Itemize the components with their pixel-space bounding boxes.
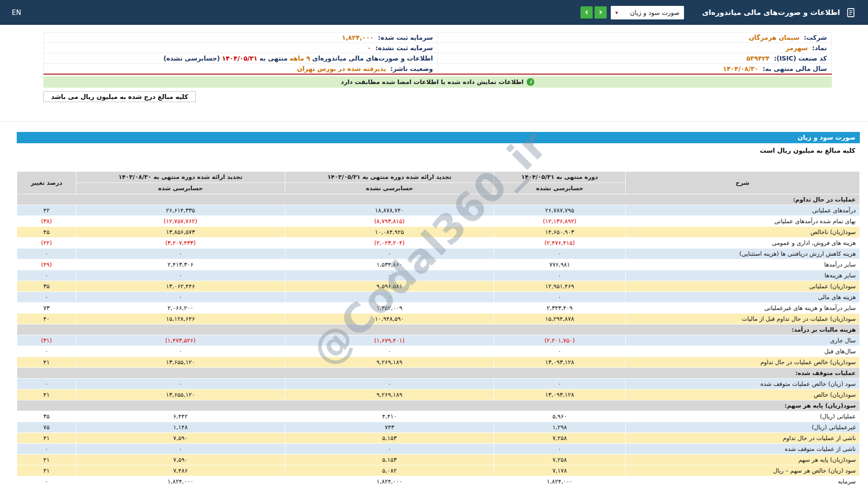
value-current-period: (۲,۴۷۶,۴۱۵) — [494, 237, 626, 248]
symbol-label: نماد: — [812, 44, 827, 52]
value-restated-mid-period: ۴,۴۱۰ — [285, 411, 494, 422]
value-restated-year-end: ۱,۱۴۸ — [76, 422, 285, 432]
issuer-status-label: وضعیت ناشر: — [390, 65, 433, 72]
statement-type-dropdown[interactable]: صورت سود و زیان ▾ — [611, 6, 684, 19]
section-header-row: عملیات متوقف شده: — [17, 367, 860, 378]
statement-row: ناشی از عملیات متوقف شده۰۰۰۰ — [17, 443, 860, 454]
value-restated-year-end: ۰ — [76, 443, 285, 454]
report-ending-text: منتهی به — [259, 55, 288, 62]
value-current-period: ۷,۲۵۸ — [494, 432, 626, 443]
million-rial-unit-tab[interactable]: کلیه مبالغ درج شده به میلیون ریال می باش… — [43, 91, 196, 102]
registered-capital-field: سرمایه ثبت شده: ۱,۸۲۴,۰۰۰ — [44, 33, 438, 43]
value-restated-year-end: (۱,۴۷۳,۵۲۶) — [76, 335, 285, 346]
statement-row: سایر درآمدها و هزینه های غیرعملیاتی۲,۳۴۳… — [17, 302, 860, 313]
value-restated-mid-period: ۱,۸۲۴,۰۰۰ — [285, 476, 494, 487]
income-statement-section: صورت سود و زیان کلیه مبالغ به میلیون ریا… — [17, 132, 860, 487]
section-header-row: هزینه مالیات بر درآمد: — [17, 324, 860, 335]
value-restated-mid-period: (۸,۷۹۳,۸۱۵) — [285, 216, 494, 226]
percent-change: ۰ — [17, 346, 76, 357]
row-description: سایر درآمدها — [625, 259, 859, 270]
percent-change: ۴۱ — [17, 357, 76, 367]
unregistered-capital-label: سرمایه ثبت نشده: — [375, 44, 433, 52]
row-description: سود(زیان) عملیاتی — [625, 281, 859, 291]
value-restated-year-end: ۷,۵۹۰ — [76, 432, 285, 443]
percent-change: ۴۰ — [17, 313, 76, 324]
value-current-period: ۷,۲۵۸ — [494, 454, 626, 465]
subheader-unaudited-current: حسابرسی نشده — [494, 183, 626, 194]
percent-change: ۰ — [17, 291, 76, 302]
value-restated-mid-period: ۱,۵۳۴,۸۶۰ — [285, 259, 494, 270]
statement-row: سایر درآمدها۷۷۶,۹۸۱۱,۵۳۴,۸۶۰۲,۴۱۳,۳۰۶(۴۹… — [17, 259, 860, 270]
value-current-period: ۷,۱۷۸ — [494, 465, 626, 476]
row-description: سال جاری — [625, 335, 859, 346]
value-restated-mid-period: ۱۰,۰۸۴,۹۲۵ — [285, 226, 494, 237]
value-restated-year-end: ۲۶,۶۱۴,۳۳۵ — [76, 205, 285, 216]
report-audit-status: (حسابرسی نشده) — [163, 55, 220, 62]
value-current-period: ۰ — [494, 248, 626, 259]
info-row-2: نماد: سهرمز سرمایه ثبت نشده: ۰ — [44, 43, 832, 53]
value-restated-year-end: ۱,۸۲۴,۰۰۰ — [76, 476, 285, 487]
value-current-period: (۱۲,۱۳۶,۸۹۲) — [494, 216, 626, 226]
unregistered-capital-value: ۰ — [367, 44, 371, 52]
statement-row: سال جاری(۲,۲۰۱,۷۵۰)(۱,۶۷۹,۴۰۱)(۱,۴۷۳,۵۲۶… — [17, 335, 860, 346]
value-restated-year-end: ۲,۰۶۶,۲۰۰ — [76, 302, 285, 313]
section-title: عملیات متوقف شده: — [17, 367, 860, 378]
section-title: عملیات در حال تداوم: — [17, 194, 860, 205]
col-header-restated-mid-period: تجدید ارائه شده دوره منتهی به ۱۴۰۳/۰۵/۳۱ — [285, 171, 494, 183]
percent-change: ۴۱ — [17, 465, 76, 476]
percent-change: ۳۵ — [17, 411, 76, 422]
value-restated-year-end: ۱۳,۰۶۲,۴۴۶ — [76, 281, 285, 291]
row-description: بهای تمام شده درآمدهای عملیاتی — [625, 216, 859, 226]
value-restated-mid-period: ۰ — [285, 248, 494, 259]
row-description: هزینه های مالی — [625, 291, 859, 302]
value-restated-year-end: ۶,۴۴۲ — [76, 411, 285, 422]
row-description: سایر درآمدها و هزینه های غیرعملیاتی — [625, 302, 859, 313]
row-description: سود (زیان) خالص عملیات متوقف شده — [625, 378, 859, 389]
row-description: سود(زیان) عملیات در حال تداوم قبل از مال… — [625, 313, 859, 324]
value-current-period: ۰ — [494, 291, 626, 302]
prev-statement-button[interactable]: ‹ — [580, 6, 593, 19]
percent-change: ۳۵ — [17, 281, 76, 291]
percent-change: ۷۳ — [17, 302, 76, 313]
value-current-period: ۱,۲۹۸ — [494, 422, 626, 432]
value-restated-mid-period: (۱,۶۷۹,۴۰۱) — [285, 335, 494, 346]
table-header-row-1: شرح دوره منتهی به ۱۴۰۴/۰۵/۳۱ تجدید ارائه… — [17, 171, 860, 183]
value-current-period: ۷۷۶,۹۸۱ — [494, 259, 626, 270]
value-restated-mid-period: ۱۸,۸۷۸,۷۴۰ — [285, 205, 494, 216]
value-restated-mid-period: ۵,۱۵۳ — [285, 454, 494, 465]
value-current-period: ۲۶,۷۸۷,۷۹۵ — [494, 205, 626, 216]
next-statement-button[interactable]: › — [594, 6, 607, 19]
value-restated-mid-period: ۹,۵۹۶,۵۸۱ — [285, 281, 494, 291]
value-restated-mid-period: ۵,۱۵۳ — [285, 432, 494, 443]
fiscal-year-label: سال مالی منتهی به: — [763, 65, 827, 72]
statement-row: سال‌های قبل۰۰۰۰ — [17, 346, 860, 357]
info-row-4: سال مالی منتهی به: ۱۴۰۴/۰۸/۳۰ وضعیت ناشر… — [44, 64, 832, 74]
row-description: سال‌های قبل — [625, 346, 859, 357]
language-toggle-en[interactable]: EN — [12, 9, 21, 17]
value-current-period: ۱۴,۶۵۰,۹۰۳ — [494, 226, 626, 237]
row-description: سود(زیان) ناخالص — [625, 226, 859, 237]
company-value: سیمان هرمزگان — [749, 34, 799, 41]
company-field: شرکت: سیمان هرمزگان — [438, 33, 832, 43]
percent-change: (۴۹) — [17, 259, 76, 270]
company-label: شرکت: — [804, 34, 827, 41]
value-restated-year-end: ۰ — [76, 248, 285, 259]
info-icon: i — [527, 78, 534, 86]
percent-change: ۴۱ — [17, 432, 76, 443]
report-period-field: اطلاعات و صورت‌های مالی میاندوره‌ای ۹ ما… — [44, 53, 438, 64]
value-current-period: ۱۵,۲۹۴,۸۷۸ — [494, 313, 626, 324]
value-restated-mid-period: ۹,۲۶۹,۱۸۹ — [285, 389, 494, 400]
value-restated-year-end: ۰ — [76, 270, 285, 281]
row-description: هزینه کاهش ارزش دریافتنی ها (هزینه استثن… — [625, 248, 859, 259]
value-restated-year-end: ۰ — [76, 378, 285, 389]
report-title-text: اطلاعات و صورت‌های مالی میاندوره‌ای — [312, 55, 433, 62]
value-restated-mid-period: ۹,۲۶۹,۱۸۹ — [285, 357, 494, 367]
value-restated-mid-period: ۰ — [285, 378, 494, 389]
value-current-period: ۰ — [494, 378, 626, 389]
company-info-table: شرکت: سیمان هرمزگان سرمایه ثبت شده: ۱,۸۲… — [43, 32, 832, 75]
statement-row: درآمدهای عملیاتی۲۶,۷۸۷,۷۹۵۱۸,۸۷۸,۷۴۰۲۶,۶… — [17, 205, 860, 216]
notice-text: اطلاعات نمایش داده شده با اطلاعات امضا ش… — [341, 78, 524, 85]
sheet-tab-row: کلیه مبالغ درج شده به میلیون ریال می باش… — [43, 91, 832, 102]
statement-row: هزینه کاهش ارزش دریافتنی ها (هزینه استثن… — [17, 248, 860, 259]
top-navigation-bar: اطلاعات و صورت‌های مالی میاندوره‌ای صورت… — [0, 0, 868, 25]
